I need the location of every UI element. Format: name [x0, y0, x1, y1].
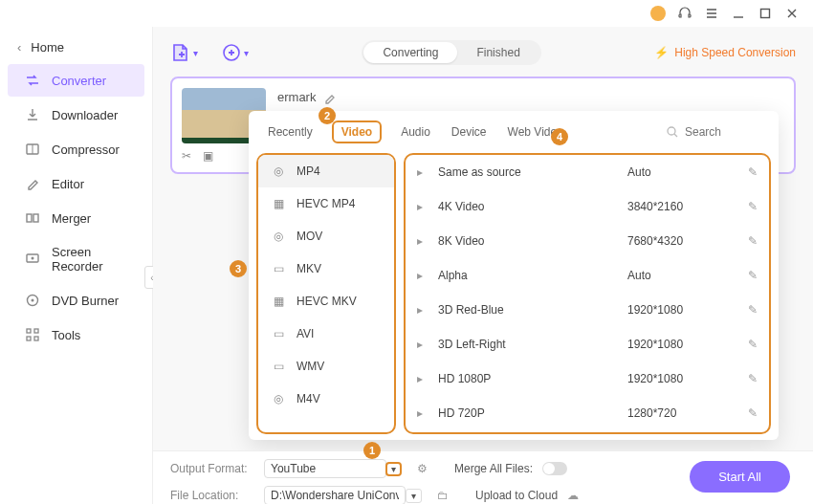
output-format-select[interactable]	[264, 459, 386, 478]
bottombar: Output Format: ▾ ⚙ Merge All Files: File…	[153, 450, 813, 504]
trim-icon[interactable]: ✂	[182, 149, 191, 163]
sidebar: ‹ Home Converter Downloader Compressor E…	[0, 27, 153, 504]
svg-rect-9	[34, 329, 38, 333]
folder-icon[interactable]: 🗀	[437, 489, 449, 502]
edit-preset-icon[interactable]: ✎	[748, 372, 758, 385]
edit-preset-icon[interactable]: ✎	[748, 303, 758, 317]
rename-icon[interactable]	[323, 91, 337, 104]
preset-item[interactable]: ▸HD 720P1280*720✎	[406, 396, 769, 430]
format-item-mp4[interactable]: ◎MP4	[258, 155, 394, 187]
preset-item[interactable]: ▸Same as sourceAuto✎	[406, 155, 769, 189]
minimize-icon[interactable]	[731, 6, 746, 21]
cloud-icon[interactable]: ☁	[567, 489, 579, 502]
preset-item[interactable]: ▸4K Video3840*2160✎	[406, 189, 769, 224]
preset-item[interactable]: ▸HD 1080P1920*1080✎	[406, 362, 769, 396]
svg-rect-3	[33, 214, 38, 222]
maximize-icon[interactable]	[758, 6, 773, 21]
sidebar-item-label: Downloader	[52, 108, 118, 122]
sidebar-item-editor[interactable]: Editor	[8, 167, 144, 200]
format-item-m4v[interactable]: ◎M4V	[258, 383, 394, 415]
preset-item[interactable]: ▸3D Red-Blue1920*1080✎	[406, 293, 769, 327]
edit-preset-icon[interactable]: ✎	[748, 406, 758, 420]
preset-icon: ▸	[417, 165, 438, 179]
format-item-mkv[interactable]: ▭MKV	[258, 252, 394, 285]
segment-converting[interactable]: Converting	[363, 42, 457, 63]
compressor-icon	[25, 142, 40, 157]
search-input[interactable]	[685, 125, 761, 139]
sidebar-item-merger[interactable]: Merger	[8, 202, 144, 234]
chevron-left-icon: ‹	[17, 40, 21, 55]
video-format-icon: ▦	[270, 197, 287, 210]
preset-item[interactable]: ▸AlphaAuto✎	[406, 258, 769, 293]
start-all-button[interactable]: Start All	[690, 461, 790, 493]
step-badge-3: 3	[230, 260, 247, 277]
sidebar-item-compressor[interactable]: Compressor	[8, 133, 144, 165]
video-format-icon: ◎	[270, 230, 287, 243]
preset-list[interactable]: ▸Same as sourceAuto✎ ▸4K Video3840*2160✎…	[404, 153, 771, 434]
gear-icon[interactable]: ⚙	[417, 462, 428, 475]
sidebar-item-label: Screen Recorder	[52, 245, 127, 274]
titlebar	[0, 0, 813, 27]
editor-icon	[25, 176, 40, 191]
svg-rect-11	[34, 337, 38, 340]
account-avatar[interactable]	[650, 6, 666, 21]
format-item-avi[interactable]: ▭AVI	[258, 318, 394, 350]
format-item-hevc-mp4[interactable]: ▦HEVC MP4	[258, 187, 394, 220]
tab-audio[interactable]: Audio	[399, 121, 432, 142]
edit-preset-icon[interactable]: ✎	[748, 234, 758, 248]
file-location-dropdown-button[interactable]: ▾	[406, 489, 422, 503]
add-file-button[interactable]: ▾	[170, 42, 198, 63]
menu-icon[interactable]	[704, 6, 719, 21]
support-icon[interactable]	[677, 6, 692, 21]
svg-point-7	[32, 299, 34, 302]
video-format-icon: ▦	[270, 295, 287, 308]
video-format-icon: ◎	[270, 164, 287, 178]
format-search	[666, 125, 761, 139]
sidebar-home-label: Home	[31, 40, 64, 55]
close-icon[interactable]	[784, 6, 800, 21]
edit-preset-icon[interactable]: ✎	[748, 200, 758, 213]
file-title-partial: ermark	[277, 90, 316, 104]
merge-toggle[interactable]	[542, 462, 567, 475]
format-item-mov[interactable]: ◎MOV	[258, 220, 394, 252]
step-badge-2: 2	[319, 107, 336, 124]
video-format-icon: ▭	[270, 327, 287, 340]
format-item-wmv[interactable]: ▭WMV	[258, 350, 394, 383]
dvd-burner-icon	[25, 293, 40, 308]
format-popover: Recently Video Audio Device Web Video ◎M…	[249, 111, 779, 440]
svg-rect-2	[27, 214, 32, 222]
file-location-select[interactable]	[264, 486, 406, 504]
format-item-hevc-mkv[interactable]: ▦HEVC MKV	[258, 285, 394, 318]
video-format-icon: ▭	[270, 360, 287, 373]
sidebar-item-label: Merger	[52, 211, 91, 226]
sidebar-home[interactable]: ‹ Home	[0, 33, 152, 62]
svg-point-13	[668, 127, 675, 135]
tab-device[interactable]: Device	[450, 121, 489, 142]
main-toolbar: ▾ ▾ Converting Finished ⚡High Speed Conv…	[170, 40, 796, 65]
segment-finished[interactable]: Finished	[457, 42, 538, 63]
preset-icon: ▸	[417, 338, 438, 351]
edit-preset-icon[interactable]: ✎	[748, 269, 758, 282]
converter-icon	[25, 73, 40, 88]
crop-icon[interactable]: ▣	[203, 149, 213, 163]
add-url-button[interactable]: ▾	[221, 42, 249, 63]
preset-item[interactable]: ▸3D Left-Right1920*1080✎	[406, 327, 769, 362]
sidebar-item-screen-recorder[interactable]: Screen Recorder	[8, 236, 144, 282]
edit-preset-icon[interactable]: ✎	[748, 338, 758, 351]
preset-icon: ▸	[417, 269, 438, 282]
merge-label: Merge All Files:	[454, 462, 533, 475]
sidebar-item-downloader[interactable]: Downloader	[8, 99, 144, 131]
sidebar-item-converter[interactable]: Converter	[8, 64, 144, 97]
edit-preset-icon[interactable]: ✎	[748, 165, 758, 179]
tab-recently[interactable]: Recently	[266, 121, 315, 142]
tab-video[interactable]: Video	[332, 121, 382, 143]
chevron-down-icon: ▾	[244, 48, 249, 58]
high-speed-link[interactable]: ⚡High Speed Conversion	[654, 46, 796, 59]
format-list[interactable]: ◎MP4 ▦HEVC MP4 ◎MOV ▭MKV ▦HEVC MKV ▭AVI …	[256, 153, 396, 434]
step-badge-4: 4	[551, 128, 568, 145]
sidebar-item-tools[interactable]: Tools	[8, 318, 144, 351]
sidebar-item-dvd-burner[interactable]: DVD Burner	[8, 284, 144, 317]
file-location-label: File Location:	[170, 489, 254, 502]
preset-item[interactable]: ▸8K Video7680*4320✎	[406, 224, 769, 258]
output-format-dropdown-button[interactable]: ▾	[385, 462, 402, 476]
